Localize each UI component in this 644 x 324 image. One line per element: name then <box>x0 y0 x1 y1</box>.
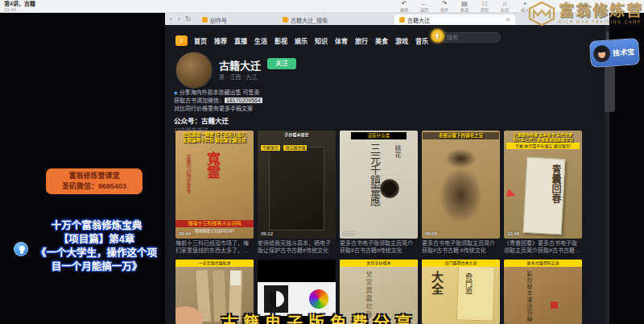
overlay-text: 会馆遇常一精要 传千彭府九泓六 <box>176 132 253 138</box>
browser-back-button[interactable]: ‹ <box>170 16 172 23</box>
annotation-tools: ↶ 撤销 ← 返回 ↷ 恢复 ▤ 框选 □ 矩形 ⌂ 标记 <box>396 1 533 12</box>
profile-avatar[interactable] <box>175 52 213 89</box>
yellow-banner: 奇门遁甲古本大全 <box>422 260 500 267</box>
yellow-banner: 一手货源古籍批发 <box>175 260 254 267</box>
nav-item-games[interactable]: 游戏 <box>395 36 408 45</box>
video-card[interactable]: 道医针灸类 三元千鎮靈應 桃花 09:17 <box>340 131 418 239</box>
back-button[interactable]: ← 返回 <box>416 1 432 12</box>
rectangle-icon: □ <box>477 1 493 7</box>
screen: 第4讲，古籍 13:46 ↶ 撤销 ← 返回 ↷ 恢复 ▤ 框选 □ 矩形 <box>0 0 644 324</box>
redo-icon: ↷ <box>436 1 452 7</box>
calligraphy-text: 桃花 <box>393 145 402 158</box>
course-wechat-badge: 富翁修炼营课堂 圣矶微信：9695403 <box>46 168 142 194</box>
nav-item-live[interactable]: 直播 <box>234 36 247 45</box>
browser-window: ‹ › ↻ 创作号 古籍大迁_搜索 古籍大迁 ✕ ♪ 首页 推荐 <box>165 13 609 324</box>
calligraphy-text: 藏書印記傳家寶卷 <box>185 155 192 193</box>
video-card[interactable]: 会馆遇常一精要 传千彭府九泓六 无裂露骨不异伟 留给塞士藏花荣 寬霊 藏書印記傳… <box>175 131 254 239</box>
nav-item-sports[interactable]: 体育 <box>335 36 348 45</box>
back-icon: ← <box>416 1 432 7</box>
bio-line: 获取古书请加微信：18170209564 <box>174 97 355 105</box>
nav-item-food[interactable]: 美食 <box>375 36 388 45</box>
frame-select-button[interactable]: ▤ 框选 <box>456 1 473 12</box>
douyin-logo-icon[interactable]: ♪ <box>175 35 188 46</box>
video-card[interactable]: 手抄孤本现世 专家鉴定 国宝级古籍 09:12 <box>258 131 336 239</box>
tab-creator[interactable]: 创作号 <box>197 15 278 25</box>
video-duration: 09:12 <box>261 231 273 236</box>
bio-line: 对比同行价格里有更多手稿文案 <box>174 105 355 113</box>
recording-title: 第4讲，古籍 <box>4 1 35 7</box>
red-seal <box>551 301 558 309</box>
ink-blot <box>380 179 399 198</box>
red-banner: 懂得十三科技有人认识吗 <box>175 220 254 227</box>
warrior-illustration <box>422 131 500 239</box>
book-title: 青囊回春 <box>549 164 563 203</box>
profile-bio: ◆分享海内外孤本珍藏出售 可售卖 获取古书请加微信：18170209564 对比… <box>174 89 355 113</box>
video-caption[interactable]: 老师给我天独斗真本，晒电子版让保护古书古籍#传统文化 <box>258 239 336 254</box>
video-card[interactable]: 大全 奇門遁 奇门遁甲古本大全 <box>422 260 500 324</box>
rectangle-tool-button[interactable]: □ 矩形 <box>477 1 493 12</box>
tab-favicon <box>202 17 208 23</box>
video-duration: 09:17 <box>343 231 355 236</box>
taiji-diagram-dark <box>264 285 288 313</box>
diamond-icon: ◆ <box>174 90 178 95</box>
yellow-banner: 失传手抄孤本 <box>340 260 418 267</box>
tab-search-result[interactable]: 古籍大迁_搜索 <box>278 15 394 25</box>
watermark-tagline: RICH MAN TRAINING CAMP <box>559 19 643 25</box>
video-duration: 10:48 <box>507 231 519 236</box>
tab-profile-active[interactable]: 古籍大迁 ✕ <box>394 15 515 25</box>
tab-close-icon[interactable]: ✕ <box>506 17 510 23</box>
nav-item-music[interactable]: 音乐 <box>415 36 428 45</box>
follow-button[interactable]: 关注 <box>267 58 296 69</box>
nav-item-home[interactable]: 首页 <box>194 36 207 45</box>
assistant-badge-stand <box>605 66 615 112</box>
badge-wechat: 圣矶微信：9695403 <box>46 181 142 192</box>
recording-session-info: 第4讲，古籍 13:46 <box>4 1 35 13</box>
video-card[interactable]: 影抄秘本道法符籙 更多古籍资料交流 <box>504 260 582 324</box>
overlay-text: 手抄孤本现世 <box>258 132 335 138</box>
browser-refresh-button[interactable]: ↻ <box>185 16 191 23</box>
frame-select-icon: ▤ <box>456 1 473 7</box>
video-caption[interactable]: 《青囊回春》更多古书电子版领取主页简介获取#古书古籍 #传统文化 <box>504 239 582 254</box>
nav-item-movies[interactable]: 影视 <box>275 36 287 45</box>
profile-name: 古籍大迁 <box>219 57 261 73</box>
nav-item-travel[interactable]: 旅行 <box>355 36 368 45</box>
mark-icon: ⌂ <box>497 1 513 7</box>
redo-button[interactable]: ↷ 恢复 <box>436 1 452 12</box>
douyin-page: ♪ 首页 推荐 直播 生活 影视 娱乐 知识 体育 旅行 美食 游戏 音乐 古籍… <box>165 25 609 324</box>
assistant-avatar <box>592 44 610 62</box>
undo-icon: ↶ <box>396 1 412 7</box>
calligraphy-text: 影抄秘本道法符籙 <box>525 271 533 322</box>
video-duration: 09:44 <box>179 231 191 236</box>
nav-item-life[interactable]: 生活 <box>254 36 267 45</box>
book-cover <box>269 147 324 231</box>
calligraphy-text: 三元千鎮靈應 <box>367 143 382 206</box>
book-cover <box>456 265 495 322</box>
nav-item-knowledge[interactable]: 知识 <box>315 36 328 45</box>
video-caption[interactable]: 更多古书电子版领取主页简介获取#古书古籍#传统文化 <box>340 239 418 254</box>
label-chip: 国宝级古籍 <box>283 145 307 151</box>
overlay-text: 无裂露骨不异伟 留给塞士藏花荣 <box>176 138 253 143</box>
taiji-diagram-color <box>309 289 328 309</box>
recording-time: 13:46 <box>4 7 35 13</box>
cover-title: 大全 <box>428 271 445 295</box>
nav-item-fun[interactable]: 娱乐 <box>295 36 308 45</box>
thumbnail-art <box>504 260 582 324</box>
click-highlight-marker <box>431 29 444 43</box>
browser-forward-button[interactable]: › <box>178 16 180 23</box>
profile-meta: 男 · 江西 · 九江 <box>219 73 257 81</box>
video-duration: 08:06 <box>425 231 437 236</box>
mark-tool-button[interactable]: ⌂ 标记 <box>497 1 513 12</box>
video-card[interactable]: 老祖宗留下的镇宅之宝 08:06 <box>422 131 500 239</box>
official-account-label: 公众号：古籍大迁 <box>174 115 229 125</box>
tab-favicon <box>283 17 288 23</box>
assistant-badge[interactable]: 技术宝 <box>589 38 640 68</box>
video-caption[interactable]: 更多古书电子版领取主页简介获取#古书古籍 #传统文化 <box>422 239 500 254</box>
black-banner: 道医针灸类 <box>351 132 407 139</box>
undo-button[interactable]: ↶ 撤销 <box>396 1 412 12</box>
badge-title: 富翁修炼营课堂 <box>46 171 142 181</box>
video-caption[interactable]: 俺前十三科已经没市场了，俺们家里值钱的东西太多了，懂… <box>175 239 254 254</box>
video-card[interactable]: 只要跟你有缘 这本奇书 末代传承 为八年三代三焦推拿秘籍绝版学习 专家:中华四千… <box>504 131 582 239</box>
nav-item-recommend[interactable]: 推荐 <box>214 36 227 45</box>
yellow-banner: 专家:中华四千年瑰宝 建议留存! <box>506 143 580 149</box>
category-nav: 首页 推荐 直播 生活 影视 娱乐 知识 体育 旅行 美食 游戏 音乐 <box>194 36 428 45</box>
